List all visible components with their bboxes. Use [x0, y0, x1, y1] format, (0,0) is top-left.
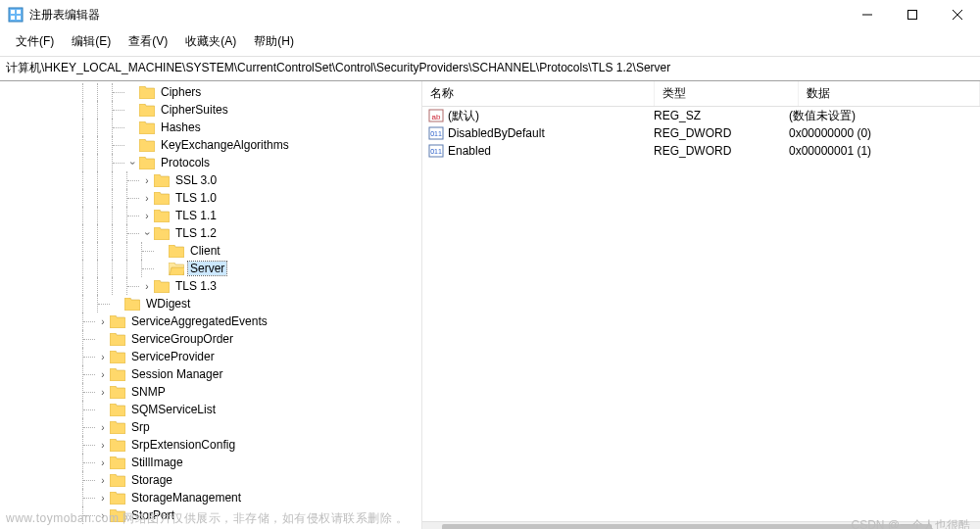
tree-label: Ciphers	[159, 85, 203, 99]
svg-rect-6	[908, 11, 917, 20]
chevron-right-icon[interactable]: ›	[97, 352, 109, 362]
svg-text:011: 011	[430, 130, 442, 137]
tree-item-tls12[interactable]: ›TLS 1.2	[0, 224, 421, 242]
column-data[interactable]: 数据	[799, 81, 980, 106]
window-title: 注册表编辑器	[29, 7, 100, 24]
list-pane[interactable]: 名称 类型 数据 ab(默认) REG_SZ (数值未设置) 011Disabl…	[422, 81, 980, 529]
folder-icon	[154, 280, 170, 293]
tree-label: KeyExchangeAlgorithms	[159, 138, 291, 152]
value-row[interactable]: 011DisabledByDefault REG_DWORD 0x0000000…	[422, 124, 980, 142]
menu-help[interactable]: 帮助(H)	[250, 31, 298, 52]
folder-icon	[169, 263, 184, 275]
folder-icon	[154, 210, 170, 222]
tree-item-storage[interactable]: ›Storage	[0, 471, 421, 489]
tree-item-tls10[interactable]: ›TLS 1.0	[0, 189, 421, 207]
value-data: 0x00000000 (0)	[781, 126, 980, 140]
tree-item-kea[interactable]: KeyExchangeAlgorithms	[0, 136, 421, 154]
tree-label: SNMP	[129, 385, 168, 399]
chevron-right-icon[interactable]: ›	[97, 422, 109, 433]
column-name[interactable]: 名称	[422, 81, 655, 106]
value-name: Enabled	[448, 144, 491, 158]
value-type: REG_DWORD	[646, 126, 781, 140]
svg-rect-3	[11, 16, 15, 20]
tree-pane[interactable]: CiphersCipherSuitesHashesKeyExchangeAlgo…	[0, 81, 422, 529]
tree-item-tls13[interactable]: ›TLS 1.3	[0, 277, 421, 295]
tree-item-sqm[interactable]: SQMServiceList	[0, 401, 421, 418]
folder-icon	[110, 351, 125, 363]
chevron-right-icon[interactable]: ›	[141, 211, 153, 221]
content-area: CiphersCipherSuitesHashesKeyExchangeAlgo…	[0, 81, 980, 529]
tree-label: Server	[188, 262, 226, 275]
address-bar[interactable]: 计算机\HKEY_LOCAL_MACHINE\SYSTEM\CurrentCon…	[0, 56, 980, 81]
watermark-right: CSDN @一个人也很酷	[851, 517, 970, 529]
folder-icon	[139, 86, 155, 99]
chevron-right-icon[interactable]: ›	[97, 440, 109, 451]
tree-label: TLS 1.2	[173, 226, 219, 240]
folder-icon	[139, 157, 155, 169]
tree-label: TLS 1.1	[173, 209, 219, 222]
tree-item-sm[interactable]: ›Session Manager	[0, 365, 421, 383]
chevron-right-icon[interactable]: ›	[141, 193, 153, 204]
menu-bar: 文件(F) 编辑(E) 查看(V) 收藏夹(A) 帮助(H)	[0, 29, 980, 56]
tree-label: Hashes	[159, 120, 203, 134]
tree-item-sp[interactable]: ›ServiceProvider	[0, 348, 421, 365]
chevron-right-icon[interactable]: ›	[97, 387, 109, 398]
tree-item-sgo[interactable]: ServiceGroupOrder	[0, 330, 421, 348]
tree-item-sae[interactable]: ›ServiceAggregatedEvents	[0, 313, 421, 330]
svg-rect-1	[11, 10, 15, 14]
tree-label: Client	[188, 244, 222, 258]
folder-icon	[139, 139, 155, 152]
tree-item-snmp[interactable]: ›SNMP	[0, 383, 421, 401]
tree-label: StillImage	[129, 456, 185, 469]
folder-icon	[124, 298, 140, 311]
tree-item-protocols[interactable]: ›Protocols	[0, 154, 421, 171]
minimize-button[interactable]	[845, 0, 890, 29]
tree-label: ServiceAggregatedEvents	[129, 314, 270, 328]
tree-item-ssl30[interactable]: ›SSL 3.0	[0, 171, 421, 189]
maximize-button[interactable]	[890, 0, 935, 29]
menu-edit[interactable]: 编辑(E)	[68, 31, 115, 52]
chevron-right-icon[interactable]: ›	[97, 493, 109, 504]
tree-item-server[interactable]: Server	[0, 260, 421, 277]
svg-rect-2	[17, 10, 21, 14]
chevron-down-icon[interactable]: ›	[127, 157, 138, 168]
value-row[interactable]: ab(默认) REG_SZ (数值未设置)	[422, 107, 980, 124]
folder-icon	[110, 421, 125, 434]
menu-file[interactable]: 文件(F)	[12, 31, 58, 52]
tree-label: ServiceGroupOrder	[129, 332, 235, 346]
chevron-right-icon[interactable]: ›	[97, 457, 109, 468]
menu-view[interactable]: 查看(V)	[124, 31, 172, 52]
chevron-right-icon[interactable]: ›	[141, 281, 153, 292]
menu-favorites[interactable]: 收藏夹(A)	[181, 31, 240, 52]
tree-item-wdigest[interactable]: WDigest	[0, 295, 421, 313]
chevron-right-icon[interactable]: ›	[141, 175, 153, 186]
tree-item-ciphersuites[interactable]: CipherSuites	[0, 101, 421, 119]
tree-item-srp[interactable]: ›Srp	[0, 418, 421, 436]
value-row[interactable]: 011Enabled REG_DWORD 0x00000001 (1)	[422, 142, 980, 160]
tree-label: CipherSuites	[159, 103, 230, 117]
tree-item-stm[interactable]: ›StorageManagement	[0, 489, 421, 506]
tree-label: Srp	[129, 420, 152, 434]
title-bar: 注册表编辑器	[0, 0, 980, 29]
tree-item-sec[interactable]: ›SrpExtensionConfig	[0, 436, 421, 454]
tree-item-hashes[interactable]: Hashes	[0, 119, 421, 136]
tree-item-client[interactable]: Client	[0, 242, 421, 260]
chevron-right-icon[interactable]: ›	[97, 369, 109, 380]
tree-label: TLS 1.3	[173, 279, 219, 293]
column-type[interactable]: 类型	[655, 81, 799, 106]
tree-item-ciphers[interactable]: Ciphers	[0, 83, 421, 101]
tree-label: Protocols	[159, 156, 212, 169]
chevron-right-icon[interactable]: ›	[97, 316, 109, 327]
svg-rect-4	[17, 16, 21, 20]
tree-item-still[interactable]: ›StillImage	[0, 454, 421, 471]
folder-icon	[110, 492, 125, 505]
close-button[interactable]	[935, 0, 980, 29]
chevron-right-icon[interactable]: ›	[97, 475, 109, 486]
folder-icon	[110, 404, 125, 416]
binary-value-icon: 011	[428, 143, 444, 159]
value-data: (数值未设置)	[781, 108, 980, 124]
folder-icon	[110, 439, 125, 452]
tree-item-tls11[interactable]: ›TLS 1.1	[0, 207, 421, 224]
chevron-down-icon[interactable]: ›	[142, 227, 153, 239]
list-header: 名称 类型 数据	[422, 81, 980, 107]
